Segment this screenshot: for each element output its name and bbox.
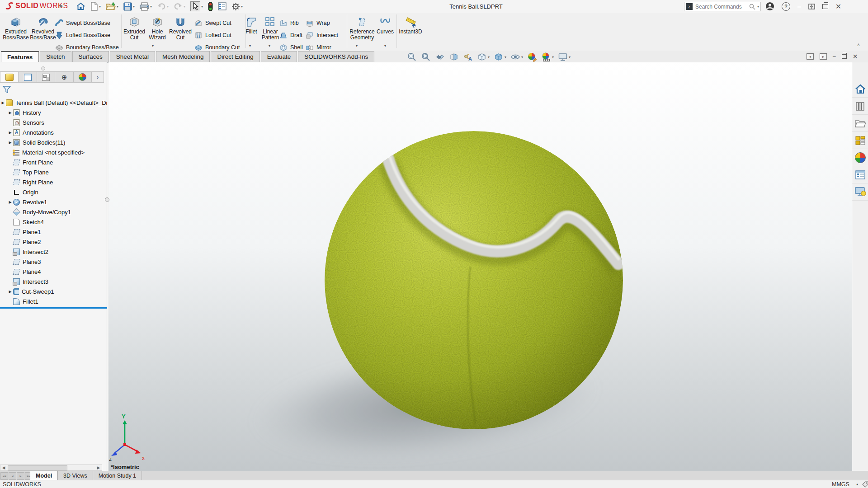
hide-show-items-dropdown[interactable]: ▾: [521, 55, 523, 59]
apply-scene-button[interactable]: ▾: [541, 52, 554, 62]
edit-appearance-button[interactable]: [527, 52, 537, 62]
document-tab[interactable]: Motion Study 1: [93, 471, 142, 480]
next-tab-button[interactable]: ▸: [17, 472, 24, 480]
tree-expand-arrow[interactable]: ▶: [7, 111, 13, 115]
rollback-bar[interactable]: [0, 307, 107, 309]
taskpane-custom-properties-button[interactable]: [852, 166, 868, 183]
tree-item[interactable]: ▶ Plane2: [0, 237, 107, 247]
new-document-button[interactable]: ▾: [90, 2, 101, 11]
instant3d-button[interactable]: Instant3D: [396, 14, 425, 35]
tree-item[interactable]: ▶ Origin: [0, 187, 107, 197]
tree-item[interactable]: ▶ Top Plane: [0, 167, 107, 177]
display-style-button[interactable]: ▾: [494, 52, 506, 62]
tree-expand-arrow[interactable]: ▶: [7, 290, 13, 294]
prev-tab-button[interactable]: ◂: [9, 472, 16, 480]
linear-pattern-flyout-arrow[interactable]: ▾: [266, 43, 273, 48]
help-icon[interactable]: ?: [782, 2, 790, 11]
lofted-boss-base-button[interactable]: Lofted Boss/Base: [55, 31, 110, 39]
units-dropdown-arrow[interactable]: ▴: [856, 482, 858, 486]
tab-configuration-manager[interactable]: [37, 72, 55, 82]
display-style-dropdown[interactable]: ▾: [505, 55, 506, 59]
redo-dropdown[interactable]: ▾: [184, 5, 185, 9]
revolved-cut-button[interactable]: Revolved Cut: [166, 14, 195, 41]
save-button[interactable]: ▾: [123, 2, 135, 11]
tree-expand-arrow[interactable]: ▶: [7, 200, 13, 204]
search-commands-box[interactable]: › ▾: [684, 2, 761, 11]
tree-item[interactable]: ▶ Sensors: [0, 117, 107, 127]
reference-geometry-button[interactable]: Reference Geometry: [348, 14, 377, 41]
draft-button[interactable]: Draft: [279, 31, 302, 39]
rib-button[interactable]: Rib: [279, 19, 299, 27]
document-tab[interactable]: Model: [30, 471, 58, 480]
split-pane-right-button[interactable]: ▸: [820, 53, 827, 60]
command-tab[interactable]: Sketch: [40, 51, 71, 62]
command-tab[interactable]: SOLIDWORKS Add-Ins: [298, 51, 374, 62]
redo-button[interactable]: ▾: [174, 2, 185, 10]
scroll-right-arrow[interactable]: ▶: [95, 465, 102, 470]
doc-close-button[interactable]: ✕: [853, 53, 858, 60]
wrap-button[interactable]: Wrap: [306, 19, 330, 27]
tree-item[interactable]: ▶ Annotations: [0, 127, 107, 137]
hole-wizard-flyout-arrow[interactable]: ▾: [149, 43, 156, 48]
expand-pane-button[interactable]: ›: [92, 72, 104, 82]
view-settings-button[interactable]: ▾: [558, 52, 571, 62]
reference-geometry-flyout-arrow[interactable]: ▾: [353, 43, 360, 48]
document-tab[interactable]: 3D Views: [58, 471, 93, 480]
close-button[interactable]: ✕: [835, 2, 841, 11]
ribbon-collapse-chevron[interactable]: ˄: [857, 42, 860, 47]
undo-dropdown[interactable]: ▾: [167, 5, 169, 9]
options-button[interactable]: ▾: [231, 2, 243, 11]
minimize-button[interactable]: –: [797, 3, 801, 10]
fillet-flyout-arrow[interactable]: ▾: [246, 43, 254, 48]
tree-item[interactable]: ▶ Revolve1: [0, 197, 107, 207]
tree-root-row[interactable]: ▶ Tennis Ball (Default) <<Default>_Displ…: [0, 98, 107, 108]
open-dropdown[interactable]: ▾: [117, 5, 118, 9]
hide-show-items-button[interactable]: ▾: [510, 52, 523, 62]
open-button[interactable]: ▾: [106, 2, 118, 11]
tree-item[interactable]: ▶ Material <not specified>: [0, 147, 107, 157]
tree-item[interactable]: ▶ Sketch4: [0, 217, 107, 227]
taskpane-file-explorer-button[interactable]: [852, 115, 868, 132]
swept-boss-base-button[interactable]: Swept Boss/Base: [55, 19, 110, 27]
taskpane-view-palette-button[interactable]: [852, 132, 868, 149]
tree-item[interactable]: ▶ Plane3: [0, 257, 107, 267]
menu-flyout-arrow-icon[interactable]: ▶: [60, 3, 63, 8]
zoom-to-fit-button[interactable]: [407, 52, 417, 62]
apply-scene-dropdown[interactable]: ▾: [552, 55, 554, 59]
graphics-viewport[interactable]: Y z x *Isometric: [108, 62, 852, 471]
tree-item[interactable]: ▶ Solid Bodies(11): [0, 137, 107, 147]
command-tab[interactable]: Mesh Modeling: [156, 51, 210, 62]
tree-item[interactable]: ▶ Body-Move/Copy1: [0, 207, 107, 217]
scrollbar-thumb[interactable]: [8, 465, 67, 471]
view-settings-dropdown[interactable]: ▾: [569, 55, 571, 59]
tab-featuremanager-tree[interactable]: [0, 72, 19, 82]
tree-horizontal-scrollbar[interactable]: ◀ ▶: [0, 465, 102, 471]
command-tab[interactable]: Surfaces: [72, 51, 109, 62]
taskpane-appearances-button[interactable]: [852, 149, 868, 166]
command-tab[interactable]: Evaluate: [261, 51, 297, 62]
print-button[interactable]: ▾: [140, 2, 152, 11]
previous-view-button[interactable]: [435, 52, 445, 62]
lofted-cut-button[interactable]: Lofted Cut: [194, 31, 231, 39]
view-orientation-dropdown[interactable]: ▾: [488, 55, 490, 59]
tree-item[interactable]: ▶ Front Plane: [0, 157, 107, 167]
rebuild-button[interactable]: [208, 2, 213, 11]
tree-item[interactable]: ▶ Fillet1: [0, 296, 107, 306]
taskpane-home-button[interactable]: [852, 80, 868, 98]
tree-expand-arrow[interactable]: ▶: [0, 101, 6, 105]
section-view-button[interactable]: [449, 52, 459, 62]
search-input[interactable]: [694, 3, 747, 10]
panel-collapse-grip[interactable]: [41, 66, 45, 70]
curves-button[interactable]: Curves: [375, 14, 396, 35]
tab-display-manager[interactable]: [74, 72, 92, 82]
tree-item[interactable]: ▶ Intersect2: [0, 247, 107, 257]
tree-item[interactable]: ▶ History: [0, 108, 107, 117]
dynamic-annotation-views-button[interactable]: A: [463, 52, 473, 62]
panel-splitter-grip[interactable]: [105, 197, 109, 202]
undo-button[interactable]: ▾: [157, 2, 169, 10]
tree-item[interactable]: ▶ Cut-Sweep1: [0, 286, 107, 296]
select-tool-button[interactable]: ▾: [190, 1, 203, 11]
save-dropdown[interactable]: ▾: [133, 5, 135, 9]
doc-restore-button[interactable]: [842, 54, 847, 59]
curves-flyout-arrow[interactable]: ▾: [382, 43, 389, 48]
